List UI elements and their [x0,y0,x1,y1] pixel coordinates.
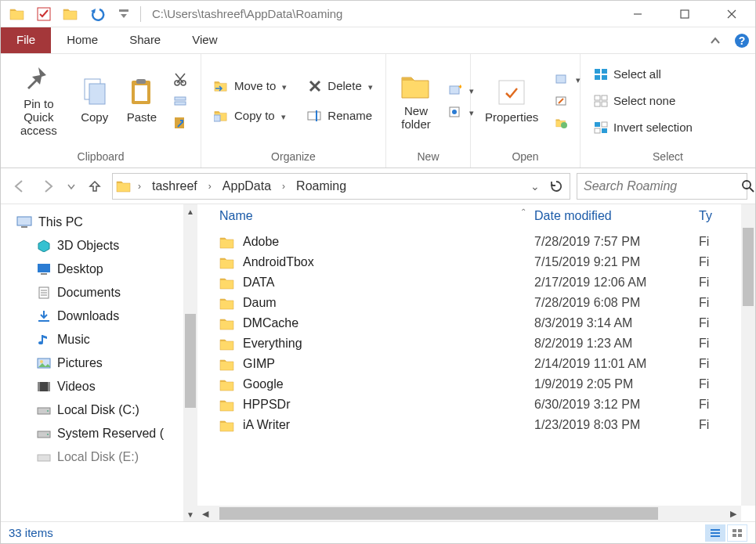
minimize-button[interactable] [614,2,661,27]
svg-rect-42 [602,122,607,127]
scrollbar-thumb[interactable] [219,507,658,520]
nav-3d-objects[interactable]: 3D Objects [13,234,197,258]
chevron-down-icon[interactable]: ⌄ [527,180,543,193]
tab-file[interactable]: File [1,27,51,53]
address-bar[interactable]: › tashreef › AppData › Roaming ⌄ [112,173,570,200]
qat-customize-icon[interactable] [112,3,136,25]
paste-shortcut-icon [172,115,188,131]
svg-rect-70 [732,529,736,532]
chevron-right-icon[interactable]: › [279,181,288,192]
nav-desktop[interactable]: Desktop [13,258,197,281]
maximize-button[interactable] [661,2,708,27]
table-row[interactable]: Daum7/28/2019 6:08 PMFi [197,293,755,313]
collapse-ribbon-icon[interactable] [702,27,729,53]
new-folder-button[interactable]: New folder [394,68,438,134]
close-button[interactable] [708,2,755,27]
table-row[interactable]: DMCache8/3/2019 3:14 AMFi [197,313,755,333]
properties-button[interactable]: Properties [479,74,544,127]
svg-rect-29 [499,81,524,104]
tab-share[interactable]: Share [114,27,176,53]
status-bar: 33 items [1,521,755,543]
nav-local-disk-c[interactable]: Local Disk (C:) [13,398,197,422]
qat-newfolder-icon[interactable] [59,3,82,25]
column-name[interactable]: Name⌃ [197,209,534,223]
rename-button[interactable]: Rename [302,106,377,125]
column-date-modified[interactable]: Date modified [534,209,699,223]
scrollbar-thumb[interactable] [743,228,754,306]
breadcrumb[interactable]: AppData [218,179,276,193]
pin-quick-access-button[interactable]: Pin to Quick access [9,61,69,140]
file-date: 7/15/2019 9:21 PM [534,255,699,269]
select-all-button[interactable]: Select all [588,65,697,84]
search-box[interactable] [577,173,747,200]
table-row[interactable]: Google1/9/2019 2:05 PMFi [197,374,755,394]
table-row[interactable]: HPPSDr6/30/2019 3:12 PMFi [197,394,755,415]
nav-system-reserved[interactable]: System Reserved ( [13,422,197,445]
nav-this-pc[interactable]: This PC [13,211,197,234]
address-folder-icon [116,178,132,194]
file-horizontal-scrollbar[interactable]: ◀▶ [197,506,741,521]
delete-button[interactable]: Delete [302,77,377,95]
folder-icon [219,296,235,310]
chevron-right-icon[interactable]: › [135,181,144,192]
svg-point-58 [40,360,43,363]
navpane-scrollbar[interactable]: ▲▼ [183,204,197,521]
table-row[interactable]: AndroidTbox7/15/2019 9:21 PMFi [197,252,755,272]
qat-undo-icon[interactable] [85,3,109,25]
help-button[interactable]: ? [729,27,755,53]
nav-local-disk-e[interactable]: Local Disk (E:) [13,445,197,469]
file-name: AndroidTbox [243,255,314,269]
pc-icon [16,216,32,229]
scrollbar-thumb[interactable] [185,314,196,408]
table-row[interactable]: Everything8/2/2019 1:23 AMFi [197,333,755,354]
music-icon [37,333,51,346]
move-to-button[interactable]: Move to [209,77,291,95]
refresh-button[interactable] [546,179,566,193]
file-date: 7/28/2019 7:57 PM [534,235,699,249]
file-vertical-scrollbar[interactable] [741,204,755,506]
paste-shortcut-button[interactable] [168,113,193,132]
table-row[interactable]: DATA2/17/2019 12:06 AMFi [197,272,755,293]
group-new-label: New [386,147,470,168]
qat-folder-icon[interactable] [5,3,29,25]
copy-to-button[interactable]: Copy to [209,106,291,125]
details-view-button[interactable] [705,524,725,542]
back-button[interactable] [9,175,31,197]
tab-home[interactable]: Home [51,27,114,53]
cut-button[interactable] [168,70,193,88]
select-none-button[interactable]: Select none [588,92,697,110]
invert-selection-button[interactable]: Invert selection [588,118,697,137]
nav-downloads[interactable]: Downloads [13,304,197,328]
svg-rect-9 [89,84,105,104]
qat-properties-icon[interactable] [32,3,56,25]
search-icon[interactable] [741,179,755,193]
svg-point-56 [38,341,43,344]
table-row[interactable]: Adobe7/28/2019 7:57 PMFi [197,232,755,252]
group-clipboard-label: Clipboard [1,147,201,168]
search-input[interactable] [584,179,741,193]
tab-view[interactable]: View [176,27,233,53]
thumbnails-view-button[interactable] [727,524,747,542]
svg-text:✦: ✦ [458,85,461,91]
nav-pictures[interactable]: Pictures [13,351,197,375]
group-organize-label: Organize [201,147,385,168]
up-button[interactable] [84,175,106,197]
nav-music[interactable]: Music [13,328,197,351]
documents-icon [37,286,51,299]
breadcrumb[interactable]: Roaming [291,179,351,193]
breadcrumb[interactable]: tashreef [147,179,202,193]
copy-button[interactable]: Copy [74,74,116,127]
recent-locations-button[interactable] [65,175,78,197]
chevron-right-icon[interactable]: › [205,181,215,192]
copy-icon [80,77,110,107]
scissors-icon [172,71,188,87]
new-folder-icon [400,71,432,101]
nav-documents[interactable]: Documents [13,281,197,304]
table-row[interactable]: iA Writer1/23/2019 8:03 PMFi [197,415,755,435]
copy-path-button[interactable] [168,92,193,110]
nav-videos[interactable]: Videos [13,375,197,398]
forward-button[interactable] [37,175,59,197]
paste-button[interactable]: Paste [121,74,163,127]
table-row[interactable]: GIMP2/14/2019 11:01 AMFi [197,354,755,374]
svg-point-28 [452,110,457,114]
